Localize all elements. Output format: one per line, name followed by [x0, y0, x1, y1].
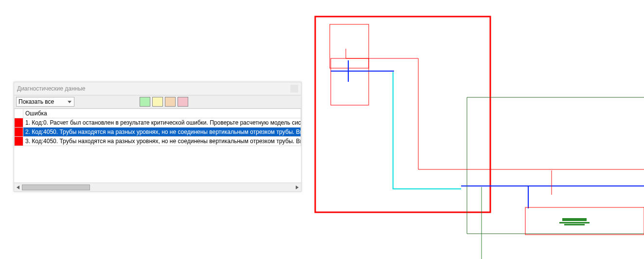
table-row[interactable]: 3. Код:4050. Трубы находятся на разных у…	[15, 137, 301, 146]
scroll-left-button[interactable]	[14, 184, 22, 191]
chevron-down-icon	[66, 98, 73, 105]
error-text: 1. Код:0. Расчет был остановлен в резуль…	[23, 118, 301, 128]
header-error-column[interactable]: Ошибка	[23, 109, 301, 118]
error-icon	[15, 128, 23, 137]
diagnostic-panel: Диагностические данные × Показать все Ош…	[14, 82, 302, 192]
selection-rect	[315, 17, 490, 212]
header-icon-column	[15, 109, 23, 118]
diagnostic-table: Ошибка 1. Код:0. Расчет был остановлен в…	[14, 109, 301, 146]
panel-titlebar[interactable]: Диагностические данные ×	[14, 82, 301, 95]
table-row[interactable]: 2. Код:4050. Трубы находятся на разных у…	[15, 128, 301, 137]
table-row[interactable]: 1. Код:0. Расчет был остановлен в резуль…	[15, 118, 301, 128]
panel-toolbar: Показать все	[14, 95, 301, 109]
equipment-label	[559, 218, 590, 225]
equipment-box	[525, 207, 644, 235]
pipe-red-main	[346, 49, 644, 169]
close-button[interactable]: ×	[290, 85, 298, 92]
scroll-right-button[interactable]	[293, 184, 301, 191]
error-text: 2. Код:4050. Трубы находятся на разных у…	[23, 128, 301, 137]
swatch-orange[interactable]	[165, 97, 176, 107]
swatch-pink[interactable]	[178, 97, 188, 107]
scroll-track[interactable]	[22, 184, 293, 191]
filter-select-label: Показать все	[18, 98, 54, 105]
svg-rect-1	[559, 222, 590, 223]
pipe-rect-small-2	[331, 58, 369, 105]
swatch-yellow[interactable]	[152, 97, 163, 107]
svg-rect-2	[564, 224, 585, 225]
error-text: 3. Код:4050. Трубы находятся на разных у…	[23, 137, 301, 146]
pipe-green-box-left	[467, 97, 644, 234]
diagnostic-table-wrap: Ошибка 1. Код:0. Расчет был остановлен в…	[14, 109, 301, 183]
scroll-thumb[interactable]	[22, 185, 90, 190]
error-icon	[15, 118, 23, 128]
error-icon	[15, 137, 23, 146]
pipe-cyan	[393, 72, 461, 189]
svg-rect-0	[562, 218, 587, 221]
horizontal-scrollbar[interactable]	[14, 183, 301, 191]
panel-title: Диагностические данные	[17, 85, 290, 92]
severity-swatches	[140, 97, 188, 107]
table-header-row: Ошибка	[15, 109, 301, 118]
pipe-rect-small-1	[330, 24, 369, 68]
swatch-green[interactable]	[140, 97, 150, 107]
filter-select[interactable]: Показать все	[16, 97, 74, 107]
